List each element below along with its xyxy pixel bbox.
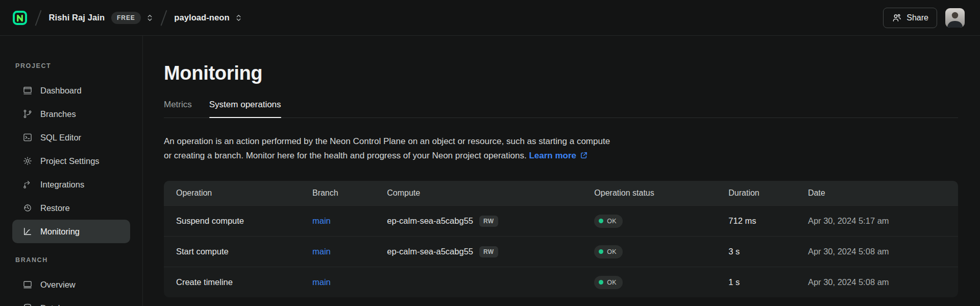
status-label: OK — [607, 248, 617, 255]
cell-compute: ep-calm-sea-a5cabg55RW — [387, 216, 594, 227]
sidebar-item-label: Dashboard — [40, 86, 82, 96]
sidebar-item-overview[interactable]: Overview — [12, 273, 130, 296]
sidebar-item-label: Restore — [40, 203, 70, 213]
status-badge: OK — [594, 276, 623, 289]
table-row: Create timeline main OK 1 s Apr 30, 2024… — [164, 267, 958, 297]
breadcrumb-project-selector[interactable]: payload-neon — [174, 13, 241, 23]
integrations-icon — [22, 179, 33, 190]
sidebar-item-label: Branches — [40, 109, 76, 119]
sidebar-item-label: Monitoring — [40, 227, 80, 237]
breadcrumb-separator — [35, 10, 41, 26]
cell-operation: Start compute — [164, 247, 312, 256]
status-label: OK — [607, 218, 617, 225]
tab-system-operations[interactable]: System operations — [209, 100, 281, 117]
column-header-duration: Duration — [728, 189, 808, 198]
tab-bar: Metrics System operations — [164, 100, 958, 118]
neon-logo-icon[interactable] — [12, 10, 28, 26]
breadcrumb-org-selector[interactable]: Rishi Raj Jain FREE — [49, 12, 153, 24]
chevron-updown-icon — [235, 13, 242, 23]
sidebar-item-label: SQL Editor — [40, 133, 81, 143]
table-header-row: Operation Branch Compute Operation statu… — [164, 181, 958, 205]
compute-endpoint: ep-calm-sea-a5cabg55 — [387, 216, 473, 225]
operations-description: An operation is an action performed by t… — [164, 134, 958, 162]
share-button-label: Share — [906, 13, 928, 22]
cell-date: Apr 30, 2024 5:17 am — [808, 216, 958, 226]
top-header: Rishi Raj Jain FREE payload-neon — [0, 0, 980, 36]
learn-more-label: Learn more — [529, 149, 576, 163]
column-header-branch: Branch — [312, 189, 387, 198]
share-users-icon — [892, 13, 902, 23]
column-header-compute: Compute — [387, 189, 594, 198]
sidebar-section-project: PROJECT Dashboard — [0, 62, 142, 243]
learn-more-link[interactable]: Learn more — [529, 149, 588, 163]
tab-metrics[interactable]: Metrics — [164, 100, 192, 117]
share-button[interactable]: Share — [883, 8, 937, 28]
plan-badge: FREE — [111, 12, 141, 24]
page-title: Monitoring — [164, 62, 958, 84]
branch-link[interactable]: main — [312, 277, 331, 287]
cell-duration: 712 ms — [728, 216, 808, 226]
sql-editor-icon — [22, 132, 33, 143]
branch-link[interactable]: main — [312, 247, 331, 256]
operations-table: Operation Branch Compute Operation statu… — [164, 181, 958, 297]
status-ok-dot-icon — [599, 219, 603, 223]
rw-badge: RW — [479, 216, 498, 227]
breadcrumb: Rishi Raj Jain FREE payload-neon — [12, 10, 242, 26]
rw-badge: RW — [479, 246, 498, 257]
section-label: PROJECT — [15, 62, 142, 69]
org-name: Rishi Raj Jain — [49, 13, 105, 22]
gear-icon — [22, 156, 33, 166]
cell-compute: ep-calm-sea-a5cabg55RW — [387, 246, 594, 257]
cell-status: OK — [594, 245, 728, 258]
sidebar-item-branches[interactable]: Branches — [12, 102, 130, 126]
cell-duration: 3 s — [728, 247, 808, 256]
monitoring-icon — [22, 226, 33, 237]
sidebar-item-label: Databases — [40, 303, 81, 306]
cell-operation: Create timeline — [164, 277, 312, 287]
overview-icon — [22, 279, 33, 290]
main-content: Monitoring Metrics System operations An … — [143, 36, 980, 306]
sidebar-item-label: Overview — [40, 280, 76, 290]
chevron-updown-icon — [146, 13, 153, 23]
external-link-icon — [580, 151, 588, 159]
restore-icon — [22, 203, 33, 213]
column-header-operation-status: Operation status — [594, 189, 728, 198]
sidebar-item-label: Integrations — [40, 180, 84, 190]
app-root: Rishi Raj Jain FREE payload-neon — [0, 0, 980, 306]
sidebar-item-project-settings[interactable]: Project Settings — [12, 149, 130, 173]
header-actions: Share — [883, 8, 965, 28]
compute-endpoint: ep-calm-sea-a5cabg55 — [387, 247, 473, 256]
status-badge: OK — [594, 245, 623, 258]
sidebar-item-sql-editor[interactable]: SQL Editor — [12, 126, 130, 149]
cell-status: OK — [594, 276, 728, 289]
table-row: Suspend compute main ep-calm-sea-a5cabg5… — [164, 205, 958, 236]
dashboard-icon — [22, 85, 33, 96]
cell-date: Apr 30, 2024 5:08 am — [808, 247, 958, 256]
sidebar: PROJECT Dashboard — [0, 36, 143, 306]
cell-operation: Suspend compute — [164, 216, 312, 226]
sidebar-item-label: Project Settings — [40, 156, 100, 166]
description-line-1: An operation is an action performed by t… — [164, 136, 610, 146]
sidebar-item-dashboard[interactable]: Dashboard — [12, 79, 130, 102]
cell-status: OK — [594, 215, 728, 228]
section-label: BRANCH — [15, 256, 142, 264]
column-header-date: Date — [808, 189, 958, 198]
breadcrumb-separator — [160, 10, 166, 26]
description-line-2: or creating a branch. Monitor here for t… — [164, 151, 527, 160]
sidebar-item-databases[interactable]: Databases — [12, 296, 130, 306]
status-badge: OK — [594, 215, 623, 228]
cell-date: Apr 30, 2024 5:08 am — [808, 277, 958, 287]
cell-duration: 1 s — [728, 277, 808, 287]
status-ok-dot-icon — [599, 280, 603, 285]
sidebar-item-integrations[interactable]: Integrations — [12, 173, 130, 196]
sidebar-section-branch: BRANCH Overview — [0, 256, 142, 306]
table-row: Start compute main ep-calm-sea-a5cabg55R… — [164, 236, 958, 267]
sidebar-item-restore[interactable]: Restore — [12, 196, 130, 220]
branch-link[interactable]: main — [312, 216, 331, 225]
databases-icon — [22, 303, 33, 306]
project-name: payload-neon — [174, 13, 229, 22]
user-avatar[interactable] — [945, 8, 965, 28]
sidebar-item-monitoring[interactable]: Monitoring — [12, 220, 130, 243]
column-header-operation: Operation — [164, 189, 312, 198]
branches-icon — [22, 109, 33, 119]
